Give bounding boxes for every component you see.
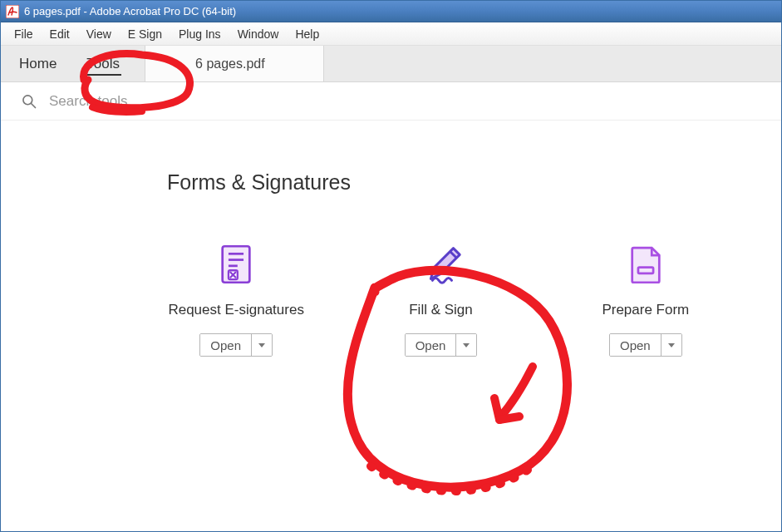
menu-file[interactable]: File xyxy=(6,24,42,44)
title-bar: 6 pages.pdf - Adobe Acrobat Pro DC (64-b… xyxy=(1,1,781,22)
tool-card-fill-sign[interactable]: Fill & Sign Open xyxy=(338,232,543,357)
tab-home[interactable]: Home xyxy=(1,46,68,81)
search-input[interactable] xyxy=(47,92,297,111)
tool-label: Request E-signatures xyxy=(134,302,338,318)
open-dropdown-button[interactable] xyxy=(662,334,681,356)
tab-tools[interactable]: Tools xyxy=(68,46,145,81)
chevron-down-icon xyxy=(258,343,265,347)
menu-plug-ins[interactable]: Plug Ins xyxy=(170,24,229,44)
fill-sign-icon xyxy=(338,232,543,297)
open-button-group: Open xyxy=(609,333,682,357)
tool-card-prepare-form[interactable]: Prepare Form Open xyxy=(543,232,748,357)
tools-content: Forms & Signatures xyxy=(1,121,781,357)
chevron-down-icon xyxy=(463,343,470,347)
tab-home-label: Home xyxy=(19,56,57,72)
tool-label: Fill & Sign xyxy=(338,302,543,318)
app-window: 6 pages.pdf - Adobe Acrobat Pro DC (64-b… xyxy=(0,0,782,532)
tools-search-row xyxy=(1,82,781,121)
svg-marker-10 xyxy=(431,249,460,279)
open-dropdown-button[interactable] xyxy=(456,334,476,356)
open-button[interactable]: Open xyxy=(200,334,252,356)
menu-edit[interactable]: Edit xyxy=(42,24,78,44)
tools-row: Request E-signatures Open Fi xyxy=(34,232,748,357)
acrobat-app-icon xyxy=(6,5,19,18)
prepare-form-icon xyxy=(543,232,748,297)
request-esignatures-icon xyxy=(134,232,338,297)
tool-label: Prepare Form xyxy=(543,302,748,318)
open-button-group: Open xyxy=(405,333,478,357)
tabs-filler xyxy=(324,46,781,81)
section-title-forms-signatures: Forms & Signatures xyxy=(167,170,748,195)
tool-card-request-esignatures[interactable]: Request E-signatures Open xyxy=(134,232,338,357)
open-button[interactable]: Open xyxy=(406,334,457,356)
tab-document[interactable]: 6 pages.pdf xyxy=(145,46,324,81)
tab-tools-underline xyxy=(85,74,121,76)
window-title: 6 pages.pdf - Adobe Acrobat Pro DC (64-b… xyxy=(24,5,236,17)
tab-document-label: 6 pages.pdf xyxy=(195,57,265,71)
svg-line-2 xyxy=(32,103,36,107)
menu-view[interactable]: View xyxy=(78,24,120,44)
chevron-down-icon xyxy=(668,343,675,347)
menu-e-sign[interactable]: E Sign xyxy=(120,24,170,44)
open-dropdown-button[interactable] xyxy=(252,334,272,356)
menu-window[interactable]: Window xyxy=(229,24,288,44)
tab-tools-label: Tools xyxy=(86,56,120,72)
open-button[interactable]: Open xyxy=(610,334,662,356)
tabs-bar: Home Tools 6 pages.pdf xyxy=(1,46,781,82)
search-icon xyxy=(21,93,37,110)
menu-bar: File Edit View E Sign Plug Ins Window He… xyxy=(1,22,781,46)
open-button-group: Open xyxy=(199,333,273,357)
menu-help[interactable]: Help xyxy=(287,24,327,44)
